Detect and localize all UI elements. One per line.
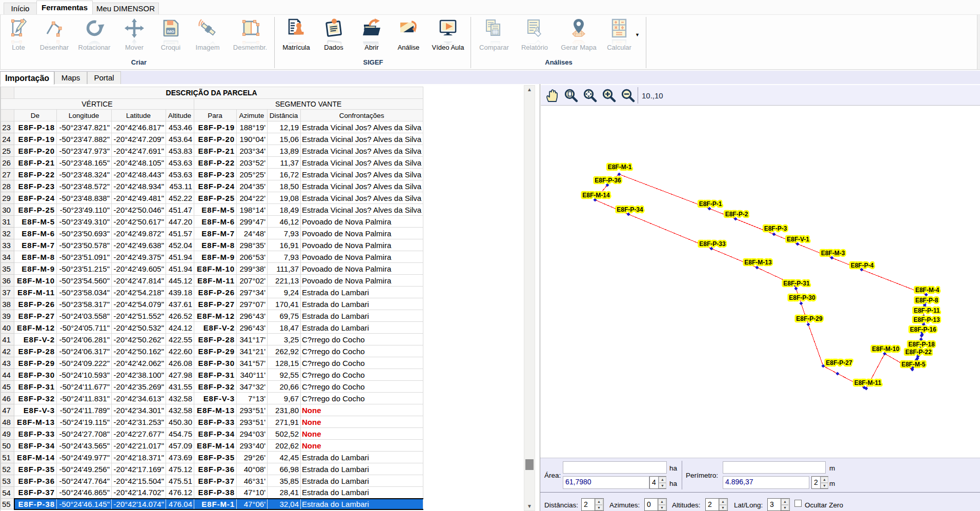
svg-text:E8F-P-33: E8F-P-33 bbox=[699, 240, 726, 248]
svg-text:E8F-P-8: E8F-P-8 bbox=[915, 297, 938, 304]
svg-text:E8F-P-13: E8F-P-13 bbox=[913, 316, 940, 323]
svg-text:E8F-M-14: E8F-M-14 bbox=[582, 192, 610, 199]
svg-text:E8F-M-4: E8F-M-4 bbox=[915, 287, 940, 294]
svg-text:E8F-P-4: E8F-P-4 bbox=[851, 262, 874, 269]
svg-text:E8F-P-16: E8F-P-16 bbox=[910, 326, 936, 333]
svg-text:E8F-P-3: E8F-P-3 bbox=[764, 225, 787, 232]
svg-text:E8F-M-5: E8F-M-5 bbox=[902, 361, 926, 368]
svg-text:E8F-P-31: E8F-P-31 bbox=[783, 280, 810, 287]
svg-text:E8F-P-34: E8F-P-34 bbox=[617, 206, 643, 213]
svg-text:E8F-P-18: E8F-P-18 bbox=[908, 341, 935, 348]
svg-text:E8F-M-3: E8F-M-3 bbox=[821, 250, 845, 257]
svg-text:E8F-M-10: E8F-M-10 bbox=[872, 345, 900, 353]
svg-text:E8F-P-30: E8F-P-30 bbox=[789, 294, 815, 301]
svg-text:E8F-P-22: E8F-P-22 bbox=[905, 349, 932, 356]
svg-text:E8F-P-2: E8F-P-2 bbox=[725, 211, 748, 218]
svg-text:E8F-P-36: E8F-P-36 bbox=[595, 177, 621, 184]
svg-text:E8F-P-11: E8F-P-11 bbox=[914, 307, 940, 314]
svg-text:E8F-P-29: E8F-P-29 bbox=[796, 315, 823, 322]
svg-text:E8F-P-1: E8F-P-1 bbox=[699, 200, 722, 208]
svg-text:IMG: IMG bbox=[167, 29, 174, 34]
svg-text:E8F-V-1: E8F-V-1 bbox=[787, 236, 809, 243]
svg-text:E8F-M-11: E8F-M-11 bbox=[854, 379, 882, 386]
svg-text:E8F-P-27: E8F-P-27 bbox=[826, 359, 852, 366]
svg-text:E8F-M-13: E8F-M-13 bbox=[744, 259, 772, 266]
svg-text:E8F-M-1: E8F-M-1 bbox=[608, 163, 632, 171]
